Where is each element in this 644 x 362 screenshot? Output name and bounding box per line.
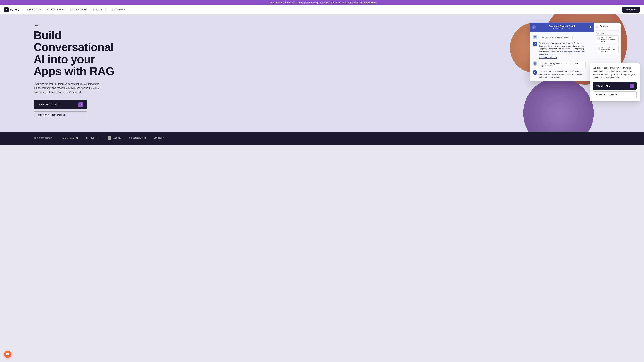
svg-point-2 bbox=[7, 9, 8, 9]
svg-point-7 bbox=[534, 71, 535, 72]
ai-bubble-2: Your receipt will note "on sale" next to… bbox=[539, 70, 586, 78]
source-doc-icon-2: 📄 bbox=[597, 46, 600, 50]
svg-point-3 bbox=[534, 43, 536, 44]
chat-message-1: 👤 Can I return the dress I just bought? bbox=[533, 35, 591, 40]
svg-point-4 bbox=[534, 43, 535, 44]
ai-avatar-2 bbox=[533, 70, 537, 75]
chat-message-2: I'm sorry you're not happy with your dre… bbox=[533, 42, 591, 59]
hero-description: Chat with retrieval-augmented generation… bbox=[34, 82, 104, 94]
chat-header-subtitle: Customer ID: 8605328 bbox=[533, 28, 591, 30]
hero-title: Build Conversational AI into your Apps w… bbox=[34, 29, 118, 77]
chat-model-button[interactable]: CHAT WITH OUR MODEL bbox=[34, 111, 87, 119]
svg-point-1 bbox=[5, 9, 6, 9]
source-doc-icon-1: 📄 bbox=[597, 37, 600, 40]
customer-jasper: Jasper bbox=[154, 136, 164, 140]
nav-item-developers[interactable]: DEVELOPERS bbox=[68, 7, 90, 12]
ai-avatar-1 bbox=[533, 42, 537, 46]
nav-dot-company bbox=[112, 9, 113, 10]
nav-dot-developers bbox=[70, 9, 72, 10]
sources-doc-icon: 📄 bbox=[596, 25, 598, 28]
chat-messages: 👤 Can I return the dress I just bought? bbox=[530, 32, 594, 81]
banner-link[interactable]: Learn More bbox=[364, 1, 376, 4]
nav-items: PRODUCTS FOR BUSINESS DEVELOPERS RESEARC… bbox=[25, 7, 622, 12]
navbar: cohere PRODUCTS FOR BUSINESS DEVELOPERS … bbox=[0, 5, 644, 14]
nav-item-products[interactable]: PRODUCTS bbox=[25, 7, 44, 12]
cookie-banner: We use cookies to enhance your browsing … bbox=[590, 63, 640, 101]
customer-oracle: ORACLE bbox=[86, 136, 100, 140]
ai-response-1: I'm sorry you're not happy with your dre… bbox=[539, 42, 586, 59]
notion-n-icon: N bbox=[108, 136, 111, 140]
source-item-1[interactable]: 📄 STORE POLICY PURCHASES MADE IN PE... bbox=[596, 35, 618, 44]
chat-main-panel: ← Customer Support Portal Customer ID: 8… bbox=[530, 23, 594, 81]
sources-info-icon[interactable]: ℹ bbox=[618, 25, 618, 27]
chat-download-button[interactable]: ⬇ bbox=[589, 26, 592, 29]
announcement-banner: Cohere and Fujitsu Announce Strategic Pa… bbox=[0, 0, 644, 5]
nav-dot-products bbox=[27, 9, 28, 10]
longshot-lines-icon: ≡ bbox=[129, 137, 130, 140]
cookie-manage-button[interactable]: MANAGE SETTINGS bbox=[593, 91, 636, 98]
user-bubble-2: I don't recall if my dress was on sale, … bbox=[539, 61, 586, 68]
nav-item-company[interactable]: COMPANY bbox=[110, 7, 127, 12]
cookie-accept-button[interactable]: ACCEPT ALL → bbox=[593, 82, 636, 90]
source-text-2: STORE POLICY FINAL SALE ITEMS MAY N... bbox=[601, 46, 617, 52]
nav-item-for-business[interactable]: FOR BUSINESS bbox=[44, 7, 68, 12]
get-api-key-button[interactable]: GET YOUR API KEY ↗ bbox=[34, 100, 87, 109]
sources-header: 📄 Sources ℹ bbox=[594, 23, 620, 30]
chat-message-3: 👤 I don't recall if my dress was on sale… bbox=[533, 61, 591, 68]
source-item-2[interactable]: 📄 STORE POLICY FINAL SALE ITEMS MAY N... bbox=[596, 45, 618, 54]
source-text-1: STORE POLICY PURCHASES MADE IN PE... bbox=[601, 37, 617, 42]
logo[interactable]: cohere bbox=[4, 7, 20, 12]
see-policy-link[interactable]: See return policy here bbox=[539, 56, 586, 59]
banner-text: Cohere and Fujitsu Announce Strategic Pa… bbox=[268, 1, 362, 4]
user-bubble-1: Can I return the dress I just bought? bbox=[539, 35, 572, 40]
chat-header-title: Customer Support Portal bbox=[533, 25, 591, 27]
cookie-text: We use cookies to enhance your browsing … bbox=[593, 66, 636, 79]
blob-2 bbox=[523, 78, 594, 132]
try-now-button[interactable]: TRY NOW bbox=[622, 7, 640, 12]
svg-point-8 bbox=[536, 71, 536, 72]
sources-title: Sources bbox=[600, 25, 616, 27]
ai-bubble-1: I'm sorry you're not happy with your dre… bbox=[539, 42, 586, 59]
hero-badge: CHAT bbox=[34, 24, 118, 27]
hero-content: CHAT Build Conversational AI into your A… bbox=[34, 24, 118, 119]
chat-message-4: Your receipt will note "on sale" next to… bbox=[533, 70, 591, 78]
references-count: 2 references bbox=[596, 32, 618, 34]
customer-notion: N Notion bbox=[108, 136, 120, 140]
cookie-accept-arrow-icon: → bbox=[630, 84, 634, 88]
ai-response-2: Your receipt will note "on sale" next to… bbox=[539, 70, 586, 78]
customer-longshot: ≡ LONGSHOT bbox=[129, 137, 146, 140]
svg-point-5 bbox=[536, 43, 536, 44]
user-avatar-2: 👤 bbox=[533, 61, 537, 66]
svg-point-6 bbox=[534, 72, 536, 73]
customers-label: OUR CUSTOMERS bbox=[34, 137, 52, 139]
customer-logos: borderless / AI ORACLE N Notion ≡ LONGSH… bbox=[62, 136, 610, 140]
api-key-arrow-icon: ↗ bbox=[78, 102, 83, 107]
chat-header: ← Customer Support Portal Customer ID: 8… bbox=[530, 23, 594, 32]
nav-dot-research bbox=[92, 9, 94, 10]
customer-borderless: borderless / AI bbox=[62, 137, 78, 140]
hero-section: CHAT Build Conversational AI into your A… bbox=[0, 14, 644, 132]
nav-dot-business bbox=[47, 9, 48, 10]
user-avatar-1: 👤 bbox=[533, 35, 537, 39]
logo-text: cohere bbox=[10, 8, 20, 11]
customers-bar: OUR CUSTOMERS borderless / AI ORACLE N N… bbox=[0, 132, 644, 145]
logo-icon bbox=[4, 7, 9, 12]
nav-item-research[interactable]: RESEARCH bbox=[90, 7, 109, 12]
